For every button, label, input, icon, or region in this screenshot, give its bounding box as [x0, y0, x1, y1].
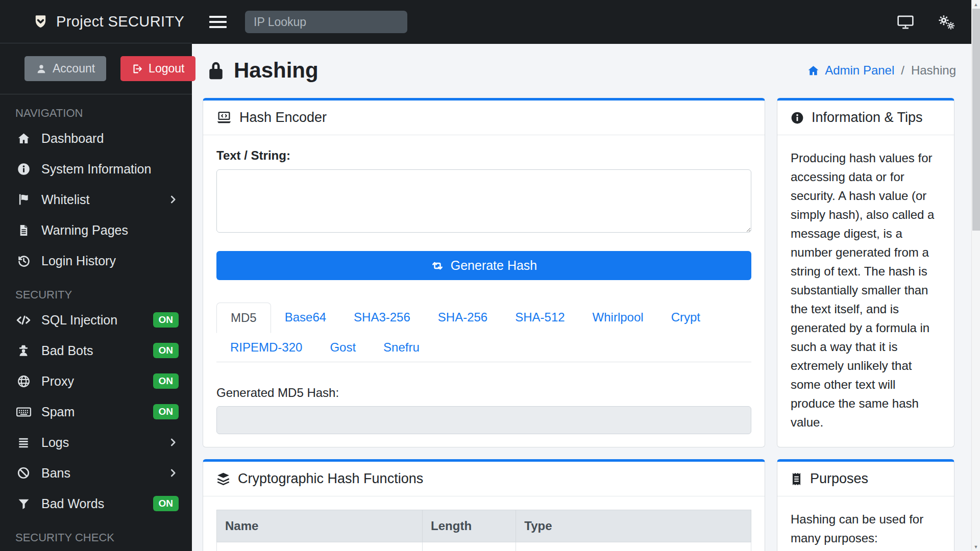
right-column: Information & Tips Producing hash values… [777, 98, 954, 551]
text-string-textarea[interactable] [216, 169, 751, 233]
breadcrumb-separator: / [901, 63, 904, 78]
tips-text: Producing hash values for accessing data… [791, 148, 941, 432]
topbar-actions [897, 14, 956, 31]
column-type: Type [516, 510, 751, 542]
account-button[interactable]: Account [24, 56, 106, 81]
sidebar-item-label: Dashboard [41, 131, 104, 146]
sidebar-item-warning-pages[interactable]: Warning Pages [0, 215, 192, 245]
purposes-body: Hashing can be used for many purposes: t… [777, 496, 954, 551]
sidebar-item-spam[interactable]: Spam ON [0, 396, 192, 427]
cell-type: HAIFA structure [516, 542, 751, 551]
tab-md5[interactable]: MD5 [216, 303, 271, 333]
sidebar-item-login-history[interactable]: Login History [0, 245, 192, 276]
generate-hash-button[interactable]: Generate Hash [216, 251, 751, 280]
sidebar-item-label: Whitelist [41, 192, 89, 207]
column-length: Length [423, 510, 516, 542]
history-icon [15, 254, 32, 268]
sidebar: Project SECURITY Account Logout NAVIGATI… [0, 0, 192, 551]
table-header-row: Name Length Type [217, 510, 751, 542]
information-tips-header: Information & Tips [777, 101, 954, 135]
filter-icon [15, 497, 32, 510]
hash-functions-table: Name Length Type BLAKE-256 256 bits HAIF… [216, 510, 751, 551]
search-input[interactable] [245, 11, 407, 33]
receipt-icon [791, 472, 802, 486]
brand: Project SECURITY [0, 0, 192, 43]
breadcrumb: Admin Panel / Hashing [807, 63, 956, 78]
list-icon [15, 436, 32, 449]
sidebar-item-bad-bots[interactable]: Bad Bots ON [0, 335, 192, 366]
globe-icon [15, 374, 32, 388]
logout-icon [132, 63, 143, 74]
hamburger-menu-icon[interactable] [209, 16, 227, 28]
tab-snefru[interactable]: Snefru [370, 333, 433, 362]
code-icon [15, 313, 32, 327]
generated-hash-input[interactable] [216, 406, 751, 434]
purposes-header: Purposes [777, 462, 954, 496]
tab-ripemd-320[interactable]: RIPEMD-320 [216, 333, 316, 362]
tab-base64[interactable]: Base64 [271, 303, 340, 333]
hash-encoder-card: Hash Encoder Text / String: Generate Has… [203, 98, 765, 447]
tab-gost[interactable]: Gost [316, 333, 370, 362]
column-name: Name [217, 510, 423, 542]
sidebar-item-logs[interactable]: Logs [0, 427, 192, 458]
hash-type-tabs: MD5 Base64 SHA3-256 SHA-256 SHA-512 Whir… [216, 303, 751, 362]
hash-encoder-title: Hash Encoder [239, 110, 327, 126]
cell-length: 256 bits [423, 542, 516, 551]
home-icon [807, 64, 820, 77]
ban-icon [15, 466, 32, 480]
information-tips-title: Information & Tips [812, 110, 923, 126]
sidebar-item-label: Bans [41, 466, 70, 481]
tab-crypt[interactable]: Crypt [657, 303, 714, 333]
status-badge: ON [153, 404, 179, 419]
sidebar-item-dashboard[interactable]: Dashboard [0, 123, 192, 154]
account-row: Account Logout [0, 43, 192, 94]
search-group [245, 11, 407, 33]
sidebar-item-label: Proxy [41, 374, 74, 389]
layers-icon [216, 472, 230, 486]
hash-functions-body: Name Length Type BLAKE-256 256 bits HAIF… [203, 496, 765, 551]
status-badge: ON [153, 373, 179, 389]
generate-hash-label: Generate Hash [451, 258, 537, 273]
tab-sha-256[interactable]: SHA-256 [424, 303, 501, 333]
sidebar-item-system-information[interactable]: System Information [0, 154, 192, 184]
tab-whirlpool[interactable]: Whirlpool [579, 303, 657, 333]
table-row: BLAKE-256 256 bits HAIFA structure [217, 542, 751, 551]
information-tips-body: Producing hash values for accessing data… [777, 135, 954, 445]
sidebar-section-security-check: SECURITY CHECK [0, 519, 192, 547]
gears-icon[interactable] [937, 14, 956, 31]
sidebar-item-label: Warning Pages [41, 223, 128, 238]
repeat-icon [431, 259, 444, 272]
information-tips-card: Information & Tips Producing hash values… [777, 98, 954, 447]
hash-encoder-header: Hash Encoder [203, 101, 765, 135]
chevron-right-icon [167, 467, 179, 479]
monitor-icon[interactable] [897, 14, 914, 30]
laptop-code-icon [216, 111, 232, 124]
logout-button[interactable]: Logout [120, 56, 195, 81]
status-badge: ON [153, 312, 179, 328]
text-string-label: Text / String: [216, 148, 751, 163]
sidebar-item-label: Spam [41, 405, 75, 419]
scrollbar-down-arrow[interactable]: ▼ [972, 542, 980, 551]
status-badge: ON [153, 343, 179, 358]
sidebar-item-label: Bad Bots [41, 343, 93, 358]
sidebar-item-proxy[interactable]: Proxy ON [0, 366, 192, 396]
lock-icon [207, 60, 225, 81]
content-grid: Hash Encoder Text / String: Generate Has… [203, 98, 956, 551]
tab-sha-512[interactable]: SHA-512 [501, 303, 578, 333]
sidebar-item-bad-words[interactable]: Bad Words ON [0, 488, 192, 519]
cell-name: BLAKE-256 [217, 542, 423, 551]
scrollbar[interactable]: ▲ ▼ [971, 0, 980, 551]
sidebar-item-sql-injection[interactable]: SQL Injection ON [0, 305, 192, 335]
hash-functions-title: Cryptographic Hash Functions [238, 471, 423, 487]
tab-sha3-256[interactable]: SHA3-256 [340, 303, 424, 333]
info-circle-icon [15, 162, 32, 176]
sidebar-section-security: SECURITY [0, 276, 192, 305]
left-column: Hash Encoder Text / String: Generate Has… [203, 98, 765, 551]
scrollbar-up-arrow[interactable]: ▲ [972, 0, 980, 9]
sidebar-item-whitelist[interactable]: Whitelist [0, 184, 192, 215]
purposes-text-more: to retrieve data and to store passwords [791, 547, 941, 551]
scrollbar-thumb[interactable] [972, 9, 980, 231]
sidebar-item-bans[interactable]: Bans [0, 458, 192, 488]
brand-shield-icon [33, 14, 48, 30]
breadcrumb-admin-panel[interactable]: Admin Panel [807, 63, 894, 78]
